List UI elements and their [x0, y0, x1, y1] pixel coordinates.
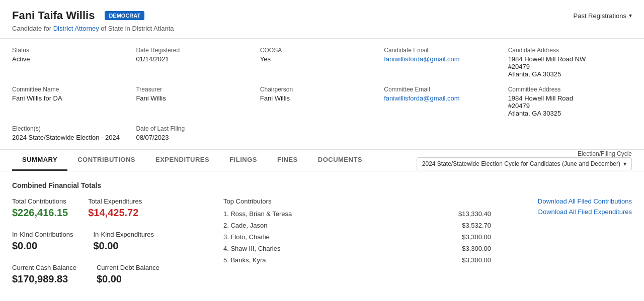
- inkind-contributions-value: $0.00: [12, 240, 73, 252]
- date-registered-cell: Date Registered 01/14/2021: [136, 47, 260, 78]
- top-contributors-title: Top Contributors: [223, 197, 491, 205]
- download-expenditures-link[interactable]: Download All Filed Expenditures: [491, 208, 632, 216]
- contributors-list: 1. Ross, Brian & Teresa $13,330.40 2. Ca…: [223, 210, 491, 264]
- section-title: Combined Financial Totals: [12, 181, 632, 189]
- main-content: Combined Financial Totals Total Contribu…: [0, 171, 644, 301]
- chairperson-cell: Chairperson Fani Willis: [260, 86, 384, 117]
- tab-filings[interactable]: FILINGS: [219, 150, 267, 171]
- committee-address-cell: Committee Address 1984 Howell Mill Road#…: [508, 86, 632, 117]
- chevron-down-icon: ▾: [623, 160, 626, 167]
- total-expenditures-item: Total Expenditures $14,425.72: [88, 197, 142, 219]
- current-cash-value: $170,989.83: [12, 273, 76, 285]
- committee-name-cell: Committee Name Fani Willis for DA: [12, 86, 136, 117]
- top-contributors-section: Top Contributors 1. Ross, Brian & Teresa…: [223, 197, 491, 297]
- tab-expenditures[interactable]: EXPENDITURES: [145, 150, 219, 171]
- election-cycle-selector: Election/Filing Cycle 2024 State/Statewi…: [417, 150, 632, 170]
- date-last-filing-cell: Date of Last Filing 08/07/2023: [136, 125, 260, 141]
- download-contributions-link[interactable]: Download All Filed Contributions: [491, 197, 632, 205]
- info-row-2: Committee Name Fani Willis for DA Treasu…: [12, 86, 632, 117]
- party-badge: DEMOCRAT: [105, 11, 144, 20]
- tab-documents[interactable]: DOCUMENTS: [308, 150, 372, 171]
- contributor-row: 2. Cade, Jason $3,532.70: [223, 222, 491, 229]
- contributor-row: 5. Banks, Kyra $3,300.00: [223, 256, 491, 264]
- total-contributions-value: $226,416.15: [12, 207, 68, 219]
- candidate-address-cell: Candidate Address 1984 Howell Mill Road …: [508, 47, 632, 78]
- current-debt-value: $0.00: [97, 273, 159, 285]
- current-cash-item: Current Cash Balance $170,989.83: [12, 264, 76, 285]
- tab-summary[interactable]: SUMMARY: [12, 150, 67, 171]
- contributor-row: 4. Shaw III, Charles $3,300.00: [223, 245, 491, 252]
- download-section: Download All Filed Contributions Downloa…: [491, 197, 632, 297]
- past-registrations-button[interactable]: Past Registrations ▾: [574, 12, 632, 20]
- inkind-expenditures-value: $0.00: [93, 240, 154, 252]
- financial-row-1: Total Contributions $226,416.15 Total Ex…: [12, 197, 223, 231]
- financial-left: Total Contributions $226,416.15 Total Ex…: [12, 197, 223, 297]
- treasurer-cell: Treasurer Fani Willis: [136, 86, 260, 117]
- contributor-row: 3. Floto, Charlie $3,300.00: [223, 233, 491, 241]
- candidate-name: Fani Taifa Willis: [12, 9, 95, 22]
- current-debt-item: Current Debt Balance $0.00: [97, 264, 159, 285]
- committee-email-cell: Committee Email faniwillisforda@gmail.co…: [384, 86, 508, 117]
- info-row-1: Status Active Date Registered 01/14/2021…: [12, 47, 632, 78]
- election-cycle-dropdown[interactable]: 2024 State/Statewide Election Cycle for …: [417, 157, 632, 170]
- current-debt-label: Current Debt Balance: [97, 264, 159, 271]
- candidate-title: Candidate for District Attorney of State…: [12, 25, 632, 32]
- current-cash-label: Current Cash Balance: [12, 264, 76, 271]
- inkind-contributions-item: In-Kind Contributions $0.00: [12, 231, 73, 252]
- total-expenditures-value: $14,425.72: [88, 207, 142, 219]
- total-contributions-label: Total Contributions: [12, 197, 68, 205]
- financial-row-2: In-Kind Contributions $0.00 In-Kind Expe…: [12, 231, 223, 264]
- total-contributions-item: Total Contributions $226,416.15: [12, 197, 68, 219]
- chevron-down-icon: ▾: [629, 12, 632, 19]
- inkind-expenditures-item: In-Kind Expenditures $0.00: [93, 231, 154, 252]
- inkind-contributions-label: In-Kind Contributions: [12, 231, 73, 238]
- candidate-email-cell: Candidate Email faniwillisforda@gmail.co…: [384, 47, 508, 78]
- inkind-expenditures-label: In-Kind Expenditures: [93, 231, 154, 238]
- elections-cell: Election(s) 2024 State/Statewide Electio…: [12, 125, 136, 141]
- tab-list: SUMMARY CONTRIBUTIONS EXPENDITURES FILIN…: [12, 150, 372, 171]
- info-row-3: Election(s) 2024 State/Statewide Electio…: [12, 125, 632, 141]
- tab-fines[interactable]: FINES: [267, 150, 308, 171]
- contributor-row: 1. Ross, Brian & Teresa $13,330.40: [223, 210, 491, 218]
- election-cycle-label: Election/Filing Cycle: [417, 150, 632, 157]
- financial-grid: Total Contributions $226,416.15 Total Ex…: [12, 197, 632, 297]
- tabs-container: SUMMARY CONTRIBUTIONS EXPENDITURES FILIN…: [0, 150, 644, 171]
- election-cycle-value: 2024 State/Statewide Election Cycle for …: [422, 160, 620, 167]
- coosa-cell: COOSA Yes: [260, 47, 384, 78]
- tab-contributions[interactable]: CONTRIBUTIONS: [67, 150, 145, 171]
- financial-row-3: Current Cash Balance $170,989.83 Current…: [12, 264, 223, 297]
- download-links: Download All Filed Contributions Downloa…: [491, 197, 632, 216]
- total-expenditures-label: Total Expenditures: [88, 197, 142, 205]
- status-cell: Status Active: [12, 47, 136, 78]
- district-attorney-link[interactable]: District Attorney: [53, 25, 99, 32]
